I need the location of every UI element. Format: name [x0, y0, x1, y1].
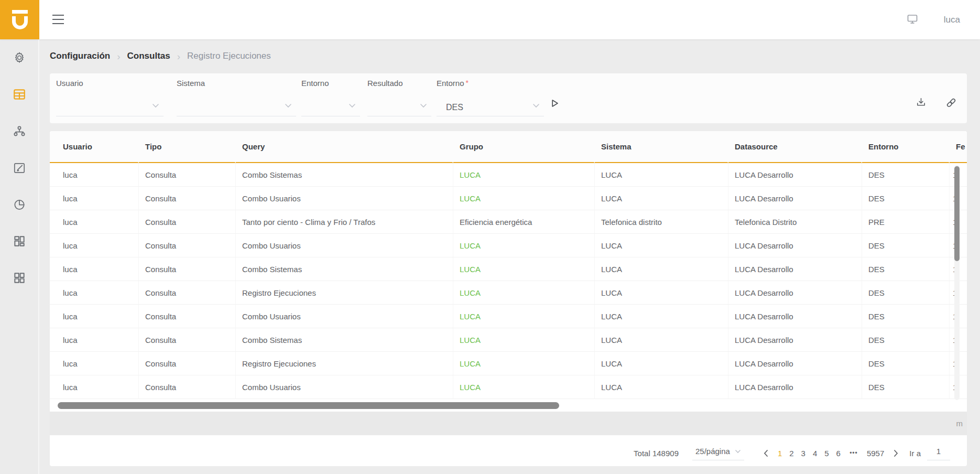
download-icon[interactable]: [914, 96, 927, 109]
pagination-total: Total 148909: [634, 449, 679, 458]
prev-page-button[interactable]: [760, 449, 772, 457]
table-row[interactable]: lucaConsultaCombo SistemasLUCALUCALUCA D…: [50, 257, 967, 281]
chevron-down-icon: [152, 101, 159, 110]
filter-panel: UsuarioSistemaEntornoResultadoEntorno*DE…: [50, 73, 967, 123]
filter-select[interactable]: [56, 96, 164, 116]
breadcrumb-item[interactable]: Configuración: [50, 51, 110, 61]
goto-page-input[interactable]: [927, 446, 950, 460]
sidebar-item-gear-icon[interactable]: [13, 51, 26, 64]
column-header-entorno: Entorno: [862, 131, 950, 163]
cell-query: Combo Sistemas: [236, 328, 453, 351]
column-header-fe: Fe: [950, 131, 967, 163]
breadcrumb: Configuración›Consultas›Registro Ejecuci…: [50, 51, 271, 61]
app-logo[interactable]: [0, 0, 39, 39]
cell-datasource: Telefonica Distrito: [728, 210, 862, 233]
breadcrumb-item[interactable]: Consultas: [127, 51, 170, 61]
table-row[interactable]: lucaConsultaRegistro EjecucionesLUCALUCA…: [50, 281, 967, 305]
table-row[interactable]: lucaConsultaCombo SistemasLUCALUCALUCA D…: [50, 328, 967, 352]
horizontal-scrollbar[interactable]: [58, 402, 559, 409]
chevron-down-icon: [285, 101, 292, 110]
summary-fragment: m: [956, 412, 963, 435]
cell-query: Combo Usuarios: [236, 187, 453, 210]
filter-select[interactable]: [177, 96, 296, 116]
goto-page-label: Ir a: [909, 449, 921, 458]
filter-select-value: DES: [446, 103, 463, 112]
page-button-4[interactable]: 4: [813, 449, 817, 458]
sidebar-item-sitemap-icon[interactable]: [13, 124, 26, 138]
cell-tipo: Consulta: [139, 257, 236, 281]
table-row[interactable]: lucaConsultaCombo SistemasLUCALUCALUCA D…: [50, 163, 967, 187]
filter-select[interactable]: [301, 96, 360, 116]
page-size-select[interactable]: 25/página: [692, 446, 744, 460]
cell-sistema: LUCA: [595, 257, 728, 281]
more-pages-button[interactable]: •••: [847, 449, 861, 457]
page-button-3[interactable]: 3: [801, 449, 805, 458]
cell-query: Combo Usuarios: [236, 375, 453, 398]
cell-tipo: Consulta: [139, 305, 236, 328]
cell-grupo: LUCA: [453, 352, 595, 375]
vertical-scrollbar-track[interactable]: [954, 165, 960, 400]
chevron-down-icon: [735, 449, 741, 454]
vertical-scrollbar[interactable]: [954, 166, 960, 261]
table-row[interactable]: lucaConsultaCombo UsuariosLUCALUCALUCA D…: [50, 305, 967, 328]
sidebar-item-edit-icon[interactable]: [13, 161, 26, 175]
page-button-1[interactable]: 1: [778, 449, 782, 458]
page-button-5[interactable]: 5: [824, 449, 829, 458]
filter-select[interactable]: [367, 96, 431, 116]
cell-tipo: Consulta: [139, 210, 236, 233]
cell-usuario: luca: [50, 375, 139, 398]
cell-entorno: DES: [862, 281, 950, 304]
table-row[interactable]: lucaConsultaCombo UsuariosLUCALUCALUCA D…: [50, 187, 967, 210]
results-table-panel: UsuarioTipoQueryGrupoSistemaDatasourceEn…: [50, 131, 967, 466]
table-summary-row: m: [50, 412, 967, 435]
cell-usuario: luca: [50, 281, 139, 304]
cell-entorno: DES: [862, 328, 950, 351]
cell-tipo: Consulta: [139, 328, 236, 351]
cell-grupo: LUCA: [453, 305, 595, 328]
page-button-5957[interactable]: 5957: [867, 449, 884, 458]
cell-entorno: DES: [862, 163, 950, 186]
page-button-2[interactable]: 2: [789, 449, 793, 458]
cell-query: Registro Ejecuciones: [236, 352, 453, 375]
cell-tipo: Consulta: [139, 234, 236, 257]
menu-icon[interactable]: [52, 15, 64, 24]
sidebar-item-pie-chart-icon[interactable]: [13, 198, 26, 211]
cell-sistema: LUCA: [595, 281, 728, 304]
sidebar-item-table-icon[interactable]: [13, 88, 26, 101]
cell-entorno: DES: [862, 257, 950, 281]
next-page-button[interactable]: [890, 449, 902, 457]
sidebar-nav: [0, 39, 39, 474]
cell-query: Combo Sistemas: [236, 257, 453, 281]
page-button-6[interactable]: 6: [836, 449, 841, 458]
cell-sistema: LUCA: [595, 187, 728, 210]
sidebar-item-dashboard-icon[interactable]: [13, 234, 26, 248]
sidebar-item-grid-icon[interactable]: [13, 271, 26, 285]
cell-entorno: DES: [862, 352, 950, 375]
breadcrumb-separator: ›: [117, 51, 120, 61]
cell-entorno: DES: [862, 234, 950, 257]
chevron-down-icon: [349, 101, 356, 110]
table-row[interactable]: lucaConsultaCombo UsuariosLUCALUCALUCA D…: [50, 375, 967, 399]
table-row[interactable]: lucaConsultaCombo UsuariosLUCALUCALUCA D…: [50, 234, 967, 257]
breadcrumb-item[interactable]: Registro Ejecuciones: [187, 51, 271, 61]
cell-grupo: LUCA: [453, 281, 595, 304]
cell-entorno: DES: [862, 375, 950, 398]
cell-grupo: LUCA: [453, 257, 595, 281]
logo-bar-shape: [12, 10, 28, 14]
table-row[interactable]: lucaConsultaTanto por ciento - Clima y F…: [50, 210, 967, 234]
column-header-grupo: Grupo: [453, 131, 595, 163]
filter-select[interactable]: DES: [437, 96, 544, 116]
cell-tipo: Consulta: [139, 187, 236, 210]
cell-sistema: LUCA: [595, 234, 728, 257]
link-icon[interactable]: [945, 96, 957, 109]
cell-tipo: Consulta: [139, 352, 236, 375]
cell-datasource: LUCA Desarrollo: [728, 234, 862, 257]
chevron-down-icon: [532, 101, 540, 110]
run-query-button[interactable]: [547, 95, 562, 111]
monitor-icon[interactable]: [906, 13, 919, 27]
user-menu[interactable]: luca: [944, 15, 960, 25]
cell-grupo: Eficiencia energética: [453, 210, 595, 233]
cell-sistema: LUCA: [595, 375, 728, 398]
filter-label: Entorno*: [437, 79, 544, 88]
table-row[interactable]: lucaConsultaRegistro EjecucionesLUCALUCA…: [50, 352, 967, 375]
